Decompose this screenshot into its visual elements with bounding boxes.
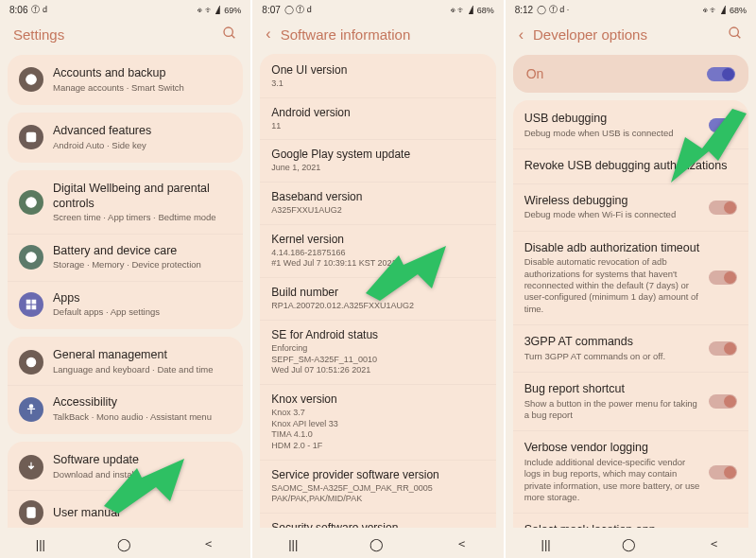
back-button[interactable]: ＜ [708,535,720,552]
svg-line-1 [232,35,234,38]
settings-item-cloud[interactable]: Accounts and backupManage accounts · Sma… [8,57,243,103]
settings-item-upd[interactable]: Software updateDownload and install [8,444,243,491]
recents-button[interactable]: ||| [288,537,298,551]
home-button[interactable]: ◯ [117,537,131,551]
cloud-icon [19,67,43,92]
software-info-pane: 8:07◯ ⓕ d ◉ ᯤ ◢ 68% ‹ Software informati… [252,0,505,558]
back-icon[interactable]: ‹ [266,26,270,43]
back-button[interactable]: ＜ [455,535,468,552]
home-button[interactable]: ◯ [369,537,384,551]
info-row[interactable]: One UI version3.1 [260,56,495,98]
toggle-switch[interactable] [709,465,737,480]
svg-point-4 [26,198,37,208]
settings-item-acc[interactable]: AccessibilityTalkBack · Mono audio · Ass… [8,386,243,432]
info-row[interactable]: Knox versionKnox 3.7Knox API level 33TIM… [260,385,495,461]
toggle-switch[interactable] [707,67,735,81]
settings-item-well[interactable]: Digital Wellbeing and parental controlsS… [8,172,243,235]
home-button[interactable]: ◯ [622,537,636,551]
svg-point-0 [224,27,232,36]
well-icon [19,190,43,215]
toggle-switch[interactable] [709,341,737,356]
svg-rect-9 [32,305,36,309]
svg-rect-12 [27,508,35,518]
info-row[interactable]: Build numberRP1A.200720.012.A325FXXU1AUG… [260,278,495,321]
recents-button[interactable]: ||| [541,537,551,551]
nav-bar: ||| ◯ ＜ [252,528,503,558]
page-title: Software information [281,26,490,43]
status-bar: 8:12◯ ⓕ d · ◉ ᯤ ◢ 68% [506,0,756,18]
upd-icon [19,455,43,480]
info-row[interactable]: Google Play system updateJune 1, 2021 [260,140,495,183]
svg-rect-8 [26,305,30,309]
apps-icon [19,292,43,317]
toggle-switch[interactable] [709,394,737,409]
svg-point-2 [26,75,37,85]
nav-bar: ||| ◯ ＜ [0,528,250,558]
status-bar: 8:06ⓕ d ◉ ᯤ ◢ 69% [0,0,250,18]
svg-rect-3 [26,133,35,142]
developer-options-master-toggle[interactable]: On [513,55,748,93]
toggle-switch[interactable] [709,270,737,285]
page-title: Developer options [533,26,718,43]
back-button[interactable]: ＜ [202,535,215,552]
svg-point-11 [29,405,33,409]
info-row[interactable]: Security software version [260,514,495,528]
svg-rect-6 [26,300,30,304]
toggle-switch[interactable] [709,118,737,132]
svg-point-10 [26,357,35,366]
dev-option[interactable]: Select mock location appNo mock location… [513,514,748,528]
svg-point-5 [26,253,37,263]
settings-pane: 8:06ⓕ d ◉ ᯤ ◢ 69% Settings Accounts and … [0,0,252,558]
search-icon[interactable] [728,26,743,44]
developer-options-pane: 8:12◯ ⓕ d · ◉ ᯤ ◢ 68% ‹ Developer option… [506,0,756,558]
dev-option[interactable]: Revoke USB debugging authorizations [513,149,748,184]
settings-item-gen[interactable]: General managementLanguage and keyboard … [8,339,243,386]
settings-item-apps[interactable]: AppsDefault apps · App settings [8,282,243,328]
info-row[interactable]: Kernel version4.14.186-21875166#1 Wed Ju… [260,225,495,278]
info-row[interactable]: SE for Android statusEnforcingSEPF_SM-A3… [260,321,495,385]
dev-option[interactable]: Disable adb authorization timeoutDisable… [513,232,748,325]
nav-bar: ||| ◯ ＜ [506,528,756,558]
settings-item-bat[interactable]: Battery and device careStorage · Memory … [8,235,243,282]
gen-icon [19,350,43,375]
dev-option[interactable]: Verbose vendor loggingInclude additional… [513,431,748,514]
search-icon[interactable] [222,26,237,44]
dev-option[interactable]: USB debuggingDebug mode when USB is conn… [513,102,748,149]
dev-option[interactable]: Bug report shortcutShow a button in the … [513,373,748,431]
svg-line-19 [737,35,740,38]
bat-icon [19,245,43,270]
header: ‹ Software information [252,18,503,54]
header: Settings [0,18,250,55]
info-row[interactable]: Android version11 [260,98,495,141]
svg-point-18 [730,27,738,36]
page-title: Settings [13,26,213,43]
recents-button[interactable]: ||| [36,537,45,551]
acc-icon [19,397,43,422]
dev-option[interactable]: Wireless debuggingDebug mode when Wi-Fi … [513,184,748,232]
adv-icon [19,125,43,149]
info-row[interactable]: Service provider software versionSAOMC_S… [260,461,495,514]
toggle-switch[interactable] [709,201,737,215]
info-row[interactable]: Baseband versionA325FXXU1AUG2 [260,183,495,225]
man-icon [19,500,43,525]
svg-rect-7 [32,300,36,304]
header: ‹ Developer options [506,18,756,55]
settings-item-adv[interactable]: Advanced featuresAndroid Auto · Side key [8,114,243,161]
status-bar: 8:07◯ ⓕ d ◉ ᯤ ◢ 68% [252,0,503,18]
settings-item-man[interactable]: User manual [8,491,243,528]
back-icon[interactable]: ‹ [519,26,524,44]
dev-option[interactable]: 3GPP AT commandsTurn 3GPP AT commands on… [513,325,748,373]
